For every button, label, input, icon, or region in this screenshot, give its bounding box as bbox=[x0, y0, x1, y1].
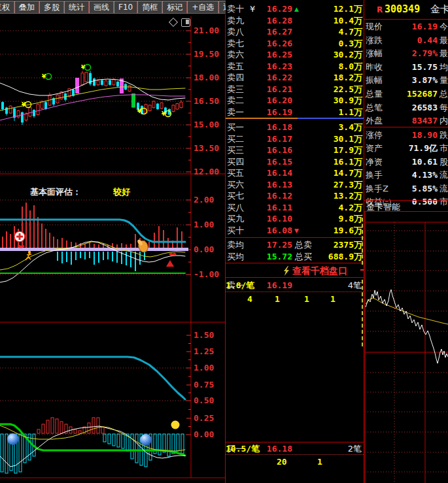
order-book-row[interactable]: 卖十¥16.29▲12.1万 bbox=[226, 3, 364, 15]
order-book-row[interactable]: 买二16.1730.1万 bbox=[226, 133, 364, 145]
order-book-row[interactable]: 买七16.1213.2万 bbox=[226, 190, 364, 202]
level-label: 卖三 bbox=[227, 84, 244, 95]
queue-lot: 20 bbox=[277, 456, 287, 467]
candle-body bbox=[105, 81, 107, 86]
info-label: 资产 bbox=[366, 142, 383, 154]
order-book-row[interactable]: 卖六16.2530.2万 bbox=[226, 49, 364, 61]
order-book-row[interactable]: 卖八16.274.7万 bbox=[226, 26, 364, 38]
indicator-line bbox=[0, 220, 185, 242]
order-book[interactable]: 卖十¥16.29▲12.1万卖九16.2810.4万卖八16.274.7万卖七1… bbox=[226, 0, 364, 483]
toolbar-button-10[interactable]: 返回 bbox=[218, 1, 226, 14]
order-book-row[interactable]: 买十16.08▼19.6万 bbox=[226, 225, 364, 237]
order-book-row[interactable]: 卖二16.2030.9万 bbox=[226, 95, 364, 107]
deep-quote-row[interactable]: 查看千档盘口 bbox=[226, 264, 364, 277]
level-volume: 8.0万 bbox=[339, 61, 362, 72]
order-book-row[interactable]: 买一16.183.4万 bbox=[226, 122, 364, 133]
queue-lot: 1 bbox=[317, 456, 322, 467]
deep-quote-link[interactable]: 查看千档盘口 bbox=[292, 264, 347, 277]
level-volume: 10.4万 bbox=[334, 15, 362, 26]
info-label: 总量 bbox=[366, 88, 383, 100]
clipped-label: 内 bbox=[439, 114, 448, 127]
order-book-row[interactable]: 卖七16.260.3万 bbox=[226, 38, 364, 50]
order-book-row[interactable]: 买四16.1516.1万 bbox=[226, 156, 364, 168]
macd-bar-up bbox=[6, 231, 7, 248]
info-row: 涨停18.90跌 bbox=[364, 129, 448, 142]
order-book-row[interactable]: 买三16.1617.9万 bbox=[226, 144, 364, 156]
clipped-label: 每 bbox=[439, 101, 448, 114]
order-book-row[interactable]: 卖四16.2218.2万 bbox=[226, 72, 364, 84]
macd-bar-up bbox=[57, 239, 58, 248]
level-price: 16.23 bbox=[252, 61, 292, 72]
level-label: 买六 bbox=[227, 179, 244, 190]
level-label: 买九 bbox=[227, 213, 244, 224]
info-label: 现价 bbox=[366, 20, 383, 33]
candle-body bbox=[156, 104, 159, 109]
toolbar-button-7[interactable]: 简框 bbox=[137, 1, 162, 14]
macd-bar-up bbox=[181, 231, 182, 248]
toolbar-button-3[interactable]: 多股 bbox=[39, 1, 64, 14]
candle-body bbox=[152, 101, 155, 108]
level-price: 16.11 bbox=[252, 202, 292, 213]
queue-row: 201 bbox=[226, 456, 364, 468]
info-value: 152687 bbox=[407, 88, 438, 100]
axis-label: 21.00 bbox=[194, 25, 219, 35]
order-book-row[interactable]: 买五16.1414.7万 bbox=[226, 167, 364, 179]
candle-body bbox=[116, 82, 119, 86]
info-value: 0.500 bbox=[412, 195, 438, 208]
candle-body bbox=[85, 73, 88, 82]
toolbar-button-2[interactable]: 叠加 bbox=[14, 1, 39, 14]
axis-label: 1.50 bbox=[194, 330, 214, 340]
order-book-row[interactable]: 卖一16.191.1万 bbox=[226, 107, 364, 118]
macd-bar-up bbox=[29, 210, 31, 248]
macd-bar-down bbox=[98, 252, 99, 263]
volume-bar-up bbox=[78, 431, 81, 433]
candle-body bbox=[148, 105, 151, 110]
order-book-row[interactable]: 卖三16.2122.5万 bbox=[226, 84, 364, 95]
candle-body bbox=[21, 112, 24, 123]
toolbar-button-6[interactable]: F10 bbox=[114, 1, 137, 14]
sphere-marker bbox=[140, 434, 152, 446]
level-volume: 30.9万 bbox=[334, 95, 362, 106]
divider bbox=[364, 200, 448, 201]
level-volume: 4.7万 bbox=[339, 26, 362, 37]
level-volume: 22.5万 bbox=[334, 84, 362, 95]
axis-label: 2.00 bbox=[194, 195, 214, 205]
queue-lot: 1 bbox=[304, 293, 309, 305]
level-price: 16.08 bbox=[252, 225, 292, 236]
macd-bar-up bbox=[53, 237, 54, 248]
order-book-row[interactable]: 买六16.1327.3万 bbox=[226, 179, 364, 191]
total-label: 总卖 bbox=[295, 239, 312, 250]
level-price: 16.25 bbox=[252, 49, 292, 60]
column-divider bbox=[225, 0, 226, 483]
intraday-chart[interactable] bbox=[364, 212, 448, 483]
order-book-row[interactable]: 卖九16.2810.4万 bbox=[226, 15, 364, 27]
toolbar-button-9[interactable]: +自选 bbox=[187, 1, 218, 14]
candle-body bbox=[44, 102, 47, 109]
macd-bar-down bbox=[71, 252, 72, 265]
divider bbox=[364, 127, 448, 127]
toolbar-button-5[interactable]: 画线 bbox=[89, 1, 114, 14]
zero-band bbox=[0, 248, 188, 251]
order-book-row[interactable]: 买八16.114.2万 bbox=[226, 202, 364, 214]
axis-label: 0.75 bbox=[194, 380, 214, 390]
candle-body bbox=[180, 102, 182, 107]
macd-bar-down bbox=[94, 252, 95, 265]
candle-body bbox=[1, 102, 4, 109]
clipped-label: 市 bbox=[439, 142, 448, 154]
trade-count: 2笔 bbox=[348, 443, 362, 454]
stock-charts[interactable]: 21.0019.5018.0016.5015.0013.5012.002.001… bbox=[0, 0, 225, 483]
order-book-row[interactable]: 卖五16.238.0万 bbox=[226, 61, 364, 73]
volume-bar-down bbox=[103, 434, 106, 442]
toolbar-button-4[interactable]: 统计 bbox=[64, 1, 89, 14]
volume-bar-down bbox=[163, 434, 165, 452]
toolbar-button-8[interactable]: 标记 bbox=[162, 1, 187, 14]
level-label: 买三 bbox=[227, 144, 244, 156]
macd-bar-up bbox=[177, 227, 178, 248]
candle-body bbox=[160, 103, 163, 108]
column-divider bbox=[364, 0, 364, 483]
order-book-row[interactable]: 买九16.109.8万 bbox=[226, 213, 364, 225]
avg-price: 17.25 bbox=[252, 239, 292, 250]
toolbar-button-1[interactable]: 复权 bbox=[0, 1, 14, 14]
axis-label: 13.50 bbox=[194, 143, 219, 153]
split-window-icon[interactable] bbox=[181, 18, 190, 27]
